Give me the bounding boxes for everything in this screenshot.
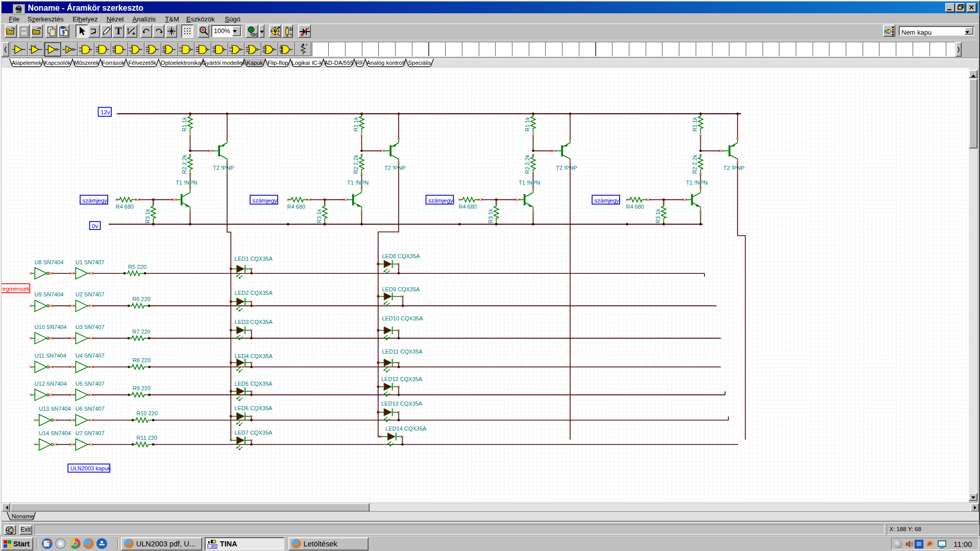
svg-text:R2 2,2k: R2 2,2k xyxy=(181,155,187,174)
svg-text:AD-DA/555: AD-DA/555 xyxy=(324,60,353,66)
svg-text:számjegy: számjegy xyxy=(253,197,278,204)
svg-text:U2 SN7407: U2 SN7407 xyxy=(76,291,105,297)
svg-text:U1 SN7407: U1 SN7407 xyxy=(76,259,105,265)
svg-text:U5 SN7407: U5 SN7407 xyxy=(76,381,105,387)
svg-text:U12 SN7404: U12 SN7404 xyxy=(35,381,67,387)
svg-text:R3 1k: R3 1k xyxy=(487,209,494,223)
svg-text:LED12 CQX35A: LED12 CQX35A xyxy=(381,376,423,382)
svg-text:R5 220: R5 220 xyxy=(128,264,146,270)
svg-text:LED9 CQX35A: LED9 CQX35A xyxy=(382,286,420,292)
svg-text:1K: 1K xyxy=(289,27,293,32)
svg-text:T2 !PNP: T2 !PNP xyxy=(213,165,234,171)
svg-text:Optoelektronika: Optoelektronika xyxy=(161,60,202,66)
svg-text:R1 1k: R1 1k xyxy=(692,117,698,132)
svg-text:Műszerek: Műszerek xyxy=(74,60,99,66)
svg-text:T2 !PNP: T2 !PNP xyxy=(723,165,745,171)
svg-text:U7 SN7407: U7 SN7407 xyxy=(76,430,105,436)
svg-text:R9 220: R9 220 xyxy=(133,385,151,391)
svg-text:R8 220: R8 220 xyxy=(133,357,151,363)
svg-text:DC: DC xyxy=(252,32,258,37)
svg-text:R4 680: R4 680 xyxy=(459,204,477,210)
svg-text:T2 !PNP: T2 !PNP xyxy=(556,165,577,171)
svg-text:szegmensek: szegmensek xyxy=(2,286,30,292)
svg-text:Analóg kontroll: Analóg kontroll xyxy=(366,60,405,66)
svg-text:T1 !NPN: T1 !NPN xyxy=(686,180,707,186)
svg-text:LED4 CQX35A: LED4 CQX35A xyxy=(235,353,273,359)
svg-text:T1 !NPN: T1 !NPN xyxy=(176,180,197,186)
svg-text:R2 2,2k: R2 2,2k xyxy=(524,155,530,174)
svg-text:LED13 CQX35A: LED13 CQX35A xyxy=(381,400,423,407)
svg-text:R2 2,2k: R2 2,2k xyxy=(692,155,698,174)
svg-text:Források: Források xyxy=(102,60,125,66)
svg-text:LED7 CQX35A: LED7 CQX35A xyxy=(234,430,273,436)
svg-text:RF: RF xyxy=(356,60,363,66)
svg-text:T2 !PNP: T2 !PNP xyxy=(384,165,406,171)
svg-text:U8 SN7404: U8 SN7404 xyxy=(35,259,64,265)
svg-text:Gyártói modellek: Gyártói modellek xyxy=(202,60,246,66)
svg-text:U9 SN7404: U9 SN7404 xyxy=(35,291,64,297)
svg-text:Flip-flop: Flip-flop xyxy=(267,60,288,66)
svg-text:számjegy: számjegy xyxy=(595,197,620,204)
svg-text:U10 SN7404: U10 SN7404 xyxy=(35,324,67,330)
svg-text:U14 SN7404: U14 SN7404 xyxy=(39,430,71,436)
svg-text:LED1 CQX35A: LED1 CQX35A xyxy=(235,256,273,262)
svg-text:R6 220: R6 220 xyxy=(132,296,150,302)
svg-text:R3 1k: R3 1k xyxy=(144,209,151,223)
svg-text:R1 1k: R1 1k xyxy=(353,117,359,132)
svg-text:LED11 CQX35A: LED11 CQX35A xyxy=(382,348,423,355)
svg-text:0v: 0v xyxy=(92,223,98,229)
svg-text:T1 !NPN: T1 !NPN xyxy=(347,180,369,186)
svg-text:R4 680: R4 680 xyxy=(287,204,305,210)
svg-text:R7 220: R7 220 xyxy=(132,329,150,335)
svg-text:R2 2,2k: R2 2,2k xyxy=(353,155,359,174)
svg-text:LED10 CQX35A: LED10 CQX35A xyxy=(382,315,423,321)
svg-text:R4 680: R4 680 xyxy=(116,204,134,210)
svg-text:R4 680: R4 680 xyxy=(626,204,644,210)
svg-text:R3 1k: R3 1k xyxy=(316,209,322,223)
svg-text:számjegy: számjegy xyxy=(428,197,453,204)
svg-text:Alapelemek: Alapelemek xyxy=(12,60,42,66)
svg-text:U4 SN7407: U4 SN7407 xyxy=(76,353,105,359)
svg-text:U11 SN7404: U11 SN7404 xyxy=(35,353,66,359)
svg-text:U3 SN7407: U3 SN7407 xyxy=(76,324,105,330)
svg-text:LED14 CQX35A: LED14 CQX35A xyxy=(385,425,427,432)
svg-text:R10 220: R10 220 xyxy=(136,410,158,416)
svg-text:LED3 CQX35A: LED3 CQX35A xyxy=(235,319,273,325)
svg-text:U13 SN7404: U13 SN7404 xyxy=(39,406,71,412)
svg-text:T: T xyxy=(115,26,122,36)
svg-text:R1 1k: R1 1k xyxy=(181,117,187,132)
svg-text:LED2 CQX35A: LED2 CQX35A xyxy=(235,290,273,296)
svg-text:Logikai IC-k: Logikai IC-k xyxy=(291,60,322,66)
svg-text:Kapuk: Kapuk xyxy=(247,60,263,66)
svg-text:U6 SN7407: U6 SN7407 xyxy=(76,406,105,412)
svg-text:T1 !NPN: T1 !NPN xyxy=(519,180,540,186)
svg-text:R11 220: R11 220 xyxy=(136,435,157,441)
svg-text:LED6 CQX35A: LED6 CQX35A xyxy=(234,405,273,411)
svg-text:LED5 CQX35A: LED5 CQX35A xyxy=(234,381,273,387)
svg-text:+: + xyxy=(305,42,308,47)
svg-text:12v: 12v xyxy=(101,109,110,115)
svg-text:Speciális: Speciális xyxy=(408,60,432,66)
svg-text:R1 1k: R1 1k xyxy=(524,117,530,132)
svg-text:R3 1k: R3 1k xyxy=(655,209,661,223)
svg-text:ULN2003 kapuk: ULN2003 kapuk xyxy=(70,465,111,471)
svg-text:számjegy: számjegy xyxy=(83,197,108,204)
svg-text:Kapcsolók: Kapcsolók xyxy=(44,60,70,66)
svg-text:LED8 CQX35A: LED8 CQX35A xyxy=(382,253,420,259)
svg-text:Félvezetők: Félvezetők xyxy=(128,60,156,66)
svg-text:Noname: Noname xyxy=(12,513,34,519)
